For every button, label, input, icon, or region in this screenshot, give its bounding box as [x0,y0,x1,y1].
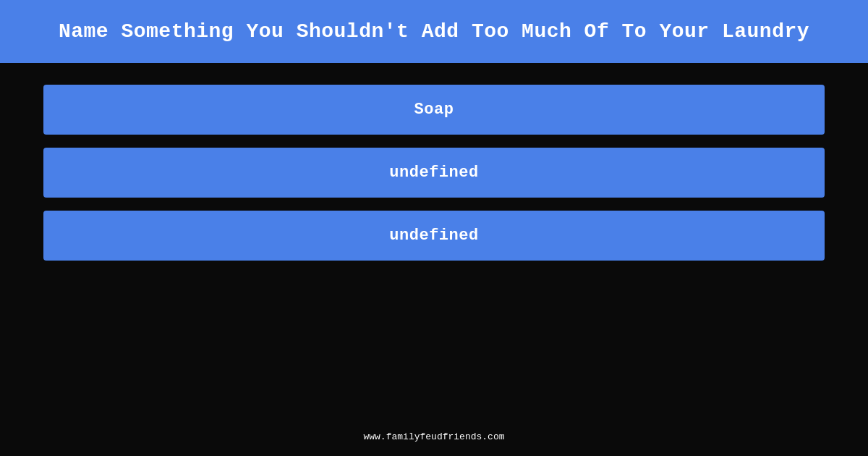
question-title: Name Something You Shouldn't Add Too Muc… [59,20,809,43]
answer-label-2: undefined [389,164,478,182]
answers-container: Soap undefined undefined [0,63,868,456]
answer-button-3[interactable]: undefined [43,211,825,261]
answer-label-3: undefined [389,227,478,245]
answer-label-1: Soap [414,101,454,119]
footer: www.familyfeudfriends.com [0,430,868,443]
answer-button-2[interactable]: undefined [43,148,825,198]
footer-url: www.familyfeudfriends.com [363,431,504,442]
header-banner: Name Something You Shouldn't Add Too Muc… [0,0,868,63]
answer-button-1[interactable]: Soap [43,85,825,135]
